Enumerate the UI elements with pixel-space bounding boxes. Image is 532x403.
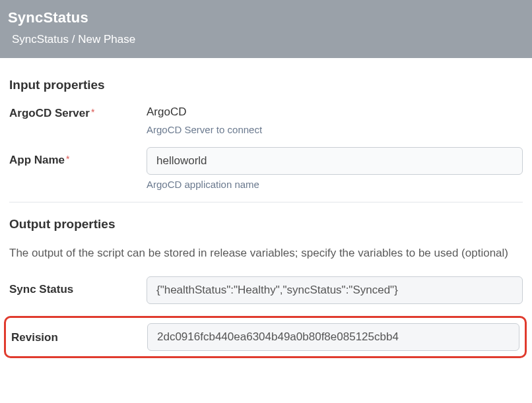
argocd-server-help: ArgoCD Server to connect xyxy=(147,124,523,135)
output-properties-subtext: The output of the script can be stored i… xyxy=(9,245,523,262)
sync-status-label: Sync Status xyxy=(9,278,73,296)
argocd-server-row: ArgoCD Server* ArgoCD ArgoCD Server to c… xyxy=(9,106,523,135)
input-properties-heading: Input properties xyxy=(9,78,523,92)
revision-output[interactable] xyxy=(147,323,519,351)
argocd-server-label: ArgoCD Server xyxy=(9,107,90,119)
output-properties-heading: Output properties xyxy=(9,217,523,232)
breadcrumb: SyncStatus / New Phase xyxy=(8,33,524,46)
content-area: Input properties ArgoCD Server* ArgoCD A… xyxy=(0,58,532,378)
argocd-server-value[interactable]: ArgoCD xyxy=(147,106,523,119)
sync-status-output[interactable] xyxy=(147,276,523,304)
required-indicator: * xyxy=(66,154,69,164)
revision-label: Revision xyxy=(11,331,58,344)
required-indicator: * xyxy=(91,107,94,117)
app-name-help: ArgoCD application name xyxy=(147,179,523,190)
page-title: SyncStatus xyxy=(8,9,524,26)
revision-highlight: Revision xyxy=(4,316,527,358)
sync-status-row: Sync Status xyxy=(9,276,523,304)
app-name-label: App Name xyxy=(9,154,65,166)
app-name-input[interactable] xyxy=(147,147,523,175)
section-divider xyxy=(9,202,523,202)
app-name-row: App Name* ArgoCD application name xyxy=(9,147,523,190)
page-header: SyncStatus SyncStatus / New Phase xyxy=(0,0,532,58)
